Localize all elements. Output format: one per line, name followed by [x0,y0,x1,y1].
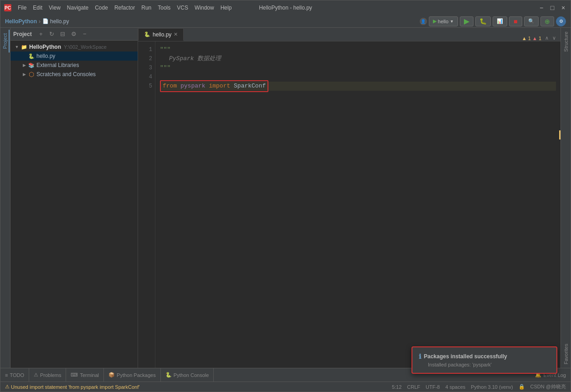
status-position[interactable]: 5:12 [392,384,401,390]
menu-tools[interactable]: Tools [155,3,173,12]
import-statement: from pyspark import SparkConf [160,80,268,92]
tab-close-button[interactable]: ✕ [174,31,178,37]
tree-arrow-root: ▼ [13,43,21,51]
breadcrumb-project[interactable]: HelloPython [5,18,37,25]
project-tool-settings[interactable]: ⚙ [69,30,78,39]
run-button[interactable]: ▶ [460,16,473,26]
status-line-ending[interactable]: CRLF [407,384,420,390]
code-line-5: from pyspark import SparkConf [160,82,556,91]
menu-run[interactable]: Run [139,3,154,12]
console-icon: 🐍 [165,372,172,378]
line-num-5: 5 [138,82,152,91]
editor-top-right: ▲ 1 ▲ 1 ∧ ∨ [522,35,561,41]
project-tool-add[interactable]: + [36,30,46,39]
notification-box: ℹ Packages installed successfully Instal… [412,346,557,368]
tree-item-scratches[interactable]: ▶ ⬡ Scratches and Consoles [10,70,138,79]
search-button[interactable]: 🔍 [524,16,539,26]
menu-vcs[interactable]: VCS [174,3,191,12]
status-python[interactable]: Python 3.10 (venv) [471,384,513,390]
stop-button[interactable]: ⏹ [509,16,522,26]
extra-btn1[interactable]: ⊕ [540,16,554,26]
menu-help[interactable]: Help [218,3,235,12]
maximize-button[interactable]: □ [549,4,556,11]
project-panel-title: Project [13,31,32,37]
code-text-2: PySpark 数据处理 [169,54,221,63]
menu-code[interactable]: Code [92,3,111,12]
close-button[interactable]: × [560,4,567,11]
menu-refactor[interactable]: Refactor [112,3,138,12]
code-content[interactable]: """ PySpark 数据处理 """ [155,41,561,368]
project-panel: Project + ↻ ⊟ ⚙ − ▼ 📁 HelloPython Y:\002… [10,28,138,368]
status-warning-text: Unused import statement 'from pyspark im… [11,384,139,390]
scratches-icon: ⬡ [28,71,35,78]
debug-button[interactable]: 🐛 [475,16,491,26]
status-csdn: CSDN @帅晓亮 [530,383,566,390]
code-line-1: """ [160,45,556,54]
menu-view[interactable]: View [46,3,63,12]
problems-label: Problems [40,372,61,378]
line-num-1: 1 [138,45,152,54]
bottom-tab-python-console[interactable]: 🐍 Python Console [161,368,214,382]
breadcrumb-project-label: HelloPython [5,18,37,25]
folder-icon: 📁 [21,43,28,51]
app-icon: PC [4,4,11,11]
tree-label-hello-py: hello.py [36,53,55,59]
breadcrumb-file-label: hello.py [50,18,69,25]
console-label: Python Console [174,372,209,378]
code-text-3: """ [160,63,170,72]
project-tool-sync[interactable]: ↻ [47,30,57,39]
todo-label: TODO [10,372,24,378]
keyword-from: from [163,83,180,89]
collapse-icon[interactable]: ∧ [545,35,549,41]
warning-triangle: ⚠ [5,384,10,390]
bottom-tab-python-packages[interactable]: 📦 Python Packages [104,368,161,382]
status-indent[interactable]: 4 spaces [445,384,465,390]
project-tool-minimize[interactable]: − [80,30,89,39]
editor-area: 🐍 hello.py ✕ ▲ 1 ▲ 1 ∧ ∨ [138,28,561,368]
status-encoding[interactable]: UTF-8 [426,384,440,390]
editor-tab-hello-py[interactable]: 🐍 hello.py ✕ [138,28,184,41]
terminal-icon: ⌨ [71,372,78,378]
expand-icon[interactable]: ∨ [552,35,556,41]
breadcrumb-bar: HelloPython › 📄 hello.py 👤 ▶ hello ▼ ▶ 🐛… [0,15,571,28]
problems-icon: ⚠ [34,372,38,378]
user-icon[interactable]: 👤 [420,18,427,25]
notification-body: Installed packages: 'pyspark' [419,362,550,367]
py-file-icon: 🐍 [28,52,35,60]
tree-item-hello-py[interactable]: 🐍 hello.py [10,52,138,61]
tree-item-external-libs[interactable]: ▶ 📚 External Libraries [10,61,138,70]
menu-window[interactable]: Window [192,3,217,12]
coverage-button[interactable]: 📊 [493,16,507,26]
extra-btn2[interactable]: ⚙ [556,16,566,26]
status-git-icon: 🔒 [519,384,525,390]
code-line-3: """ [160,63,556,72]
side-tab-right: Structure Favorites [561,28,571,368]
menu-navigate[interactable]: Navigate [64,3,91,12]
run-config-button[interactable]: ▶ hello ▼ [429,16,458,26]
bottom-tab-todo[interactable]: ≡ TODO [0,368,29,382]
line-numbers: 1 2 3 4 5 [138,41,155,368]
breadcrumb-file-icon: 📄 [42,18,49,24]
library-icon: 📚 [28,62,35,69]
tree-item-root[interactable]: ▼ 📁 HelloPython Y:\002_WorkSpace [10,42,138,52]
tree-label-scratches: Scratches and Consoles [36,71,96,77]
favorites-side-tab[interactable]: Favorites [562,340,570,368]
warning-badge: ▲ 1 ▲ 1 [522,36,541,41]
line-num-3: 3 [138,63,152,72]
run-toolbar: 👤 ▶ hello ▼ ▶ 🐛 📊 ⏹ 🔍 ⊕ ⚙ [420,16,566,26]
minimize-button[interactable]: − [538,4,545,11]
project-tool-collapse[interactable]: ⊟ [58,30,67,39]
status-bar: ⚠ Unused import statement 'from pyspark … [0,382,571,392]
bottom-tab-terminal[interactable]: ⌨ Terminal [66,368,104,382]
bottom-tab-problems[interactable]: ⚠ Problems [29,368,66,382]
project-side-tab[interactable]: Project [1,30,10,52]
title-bar: PC File Edit View Navigate Code Refactor… [0,0,571,15]
status-right: 5:12 CRLF UTF-8 4 spaces Python 3.10 (ve… [392,383,566,390]
menu-file[interactable]: File [15,3,29,12]
structure-side-tab[interactable]: Structure [562,28,570,56]
import-class: SparkConf [234,83,266,89]
warning-count-1: 1 [528,36,531,41]
menu-edit[interactable]: Edit [30,3,45,12]
terminal-label: Terminal [80,372,99,378]
breadcrumb-separator: › [39,18,41,25]
